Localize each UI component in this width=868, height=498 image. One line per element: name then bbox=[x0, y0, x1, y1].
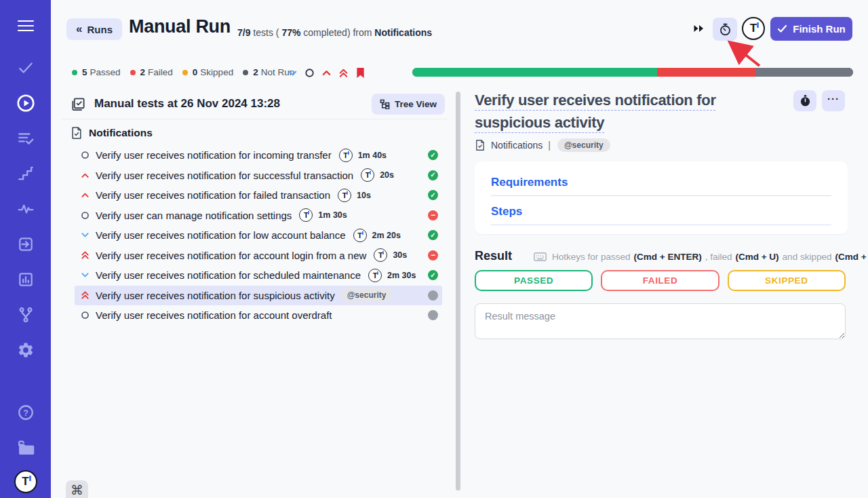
priority-icon bbox=[80, 231, 90, 240]
back-to-runs-button[interactable]: « Runs bbox=[66, 18, 122, 40]
help-icon[interactable]: ? bbox=[0, 395, 51, 430]
skipped-count: 0Skipped bbox=[182, 67, 233, 77]
test-list: Verify user receives notification for in… bbox=[75, 145, 442, 326]
test-status-icon bbox=[428, 170, 438, 180]
test-tag: @security bbox=[340, 288, 393, 302]
priority-icon bbox=[80, 191, 90, 199]
tests-fraction: 7/9 bbox=[237, 27, 250, 38]
keyboard-icon bbox=[534, 252, 547, 262]
doc-check-icon bbox=[475, 139, 486, 151]
app-logo-icon: T bbox=[0, 465, 51, 498]
test-status-icon bbox=[428, 150, 438, 160]
runs-play-icon[interactable] bbox=[0, 85, 51, 121]
test-duration: 1m 40s bbox=[358, 151, 387, 160]
run-panel-header: Manual tests at 26 Nov 2024 13:28 Tree V… bbox=[61, 89, 448, 119]
branch-icon[interactable] bbox=[0, 297, 51, 332]
import-icon[interactable] bbox=[0, 227, 51, 262]
run-name: Manual tests at 26 Nov 2024 13:28 bbox=[94, 97, 280, 111]
collapse-chevron-icon[interactable] bbox=[288, 68, 298, 78]
failed-count: 2Failed bbox=[130, 67, 173, 77]
analytics-icon[interactable] bbox=[0, 262, 51, 297]
timer-button[interactable] bbox=[713, 18, 737, 41]
test-row[interactable]: Verify user receives notification for lo… bbox=[75, 225, 442, 246]
test-row[interactable]: Verify user receives notification for in… bbox=[75, 145, 442, 166]
testomat-logo-icon: T bbox=[299, 208, 313, 222]
sidebar: ? T bbox=[0, 0, 51, 498]
bookmark-icon[interactable] bbox=[355, 67, 366, 79]
priority-icon bbox=[80, 211, 90, 220]
test-plans-icon[interactable] bbox=[0, 121, 51, 156]
tree-view-button[interactable]: Tree View bbox=[372, 94, 445, 115]
test-duration: 10s bbox=[357, 191, 371, 200]
testomat-logo-icon: T bbox=[368, 269, 382, 282]
suite-folder-row[interactable]: Notifications bbox=[71, 126, 153, 140]
failed-button[interactable]: FAILED bbox=[601, 270, 719, 291]
test-row[interactable]: Verify user receives notification for ac… bbox=[75, 305, 442, 326]
test-duration: 2m 20s bbox=[372, 231, 401, 240]
check-icon bbox=[777, 24, 787, 33]
back-label: Runs bbox=[87, 24, 113, 35]
requirements-section[interactable]: Requirements bbox=[491, 176, 831, 196]
test-row[interactable]: Verify user receives notification for sc… bbox=[75, 265, 442, 286]
result-message-input[interactable] bbox=[475, 303, 846, 339]
test-title: Verify user receives notification for su… bbox=[96, 170, 353, 181]
test-title: Verify user receives notification for su… bbox=[96, 290, 335, 301]
test-status-icon bbox=[428, 210, 438, 221]
test-row[interactable]: Verify user receives notification for ac… bbox=[75, 246, 442, 266]
skipped-button[interactable]: SKIPPED bbox=[728, 270, 846, 291]
tests-check-icon[interactable] bbox=[0, 50, 51, 85]
test-title: Verify user receives notification for ac… bbox=[96, 250, 366, 261]
run-checklist-icon bbox=[71, 96, 86, 112]
breadcrumb-suite[interactable]: Notifications bbox=[491, 140, 542, 151]
priority-icon bbox=[80, 171, 90, 180]
testomat-logo-icon: T bbox=[361, 168, 374, 182]
pulse-icon[interactable] bbox=[0, 191, 51, 227]
test-title: Verify user receives notification for ac… bbox=[96, 309, 332, 321]
more-options-button[interactable]: ··· bbox=[822, 90, 845, 111]
run-progress-bar bbox=[412, 68, 853, 77]
detail-breadcrumb: Notifications | @security bbox=[475, 138, 610, 152]
result-heading: Result bbox=[475, 249, 512, 263]
test-duration: 2m 30s bbox=[387, 271, 416, 280]
annotation-arrow bbox=[720, 37, 768, 70]
test-status-icon bbox=[428, 290, 438, 301]
passed-button[interactable]: PASSED bbox=[475, 270, 593, 291]
settings-gear-icon[interactable] bbox=[0, 332, 51, 368]
steps-section[interactable]: Steps bbox=[491, 205, 831, 225]
priority-circle-icon[interactable] bbox=[304, 68, 315, 78]
filter-icons bbox=[288, 67, 366, 79]
finish-run-button[interactable]: Finish Run bbox=[770, 17, 852, 41]
detail-timer-button[interactable] bbox=[793, 90, 816, 111]
priority-high-icon[interactable] bbox=[321, 68, 332, 78]
testomat-logo-icon: T bbox=[338, 189, 351, 202]
test-status-icon bbox=[428, 230, 438, 240]
test-row[interactable]: Verify user receives notification for su… bbox=[75, 286, 442, 306]
steps-icon[interactable] bbox=[0, 156, 51, 191]
notrun-count: 2Not Run bbox=[243, 67, 294, 77]
testomat-logo-icon: T bbox=[374, 248, 387, 262]
test-row[interactable]: Verify user receives notification for fa… bbox=[75, 185, 442, 206]
test-status-icon bbox=[428, 250, 438, 261]
testomat-logo-icon[interactable]: T bbox=[742, 17, 765, 40]
test-title: Verify user receives notification for fa… bbox=[96, 189, 330, 201]
test-row[interactable]: Verify user can manage notification sett… bbox=[75, 206, 442, 226]
back-chevrons-icon: « bbox=[76, 22, 82, 36]
status-counts: 5Passed 2Failed 0Skipped 2Not Run bbox=[72, 67, 294, 77]
detail-test-title[interactable]: Verify user receives notification for su… bbox=[475, 89, 788, 134]
test-row[interactable]: Verify user receives notification for su… bbox=[75, 166, 442, 186]
progress-notrun bbox=[755, 68, 853, 77]
run-subtitle: 7/9 tests ( 77% completed) from Notifica… bbox=[237, 27, 432, 38]
menu-icon[interactable] bbox=[0, 8, 51, 43]
test-title: Verify user receives notification for sc… bbox=[96, 269, 361, 281]
panel-scrollbar[interactable] bbox=[456, 92, 460, 491]
projects-folder-icon[interactable] bbox=[0, 430, 51, 465]
svg-text:?: ? bbox=[23, 408, 28, 418]
command-key-badge[interactable]: ⌘ bbox=[66, 480, 88, 498]
tree-view-icon bbox=[380, 99, 390, 109]
passed-count: 5Passed bbox=[72, 67, 121, 77]
priority-highest-icon[interactable] bbox=[338, 68, 349, 78]
security-tag[interactable]: @security bbox=[557, 138, 610, 152]
fast-forward-icon[interactable] bbox=[693, 24, 705, 36]
priority-icon bbox=[80, 311, 90, 320]
test-duration: 30s bbox=[393, 250, 407, 260]
